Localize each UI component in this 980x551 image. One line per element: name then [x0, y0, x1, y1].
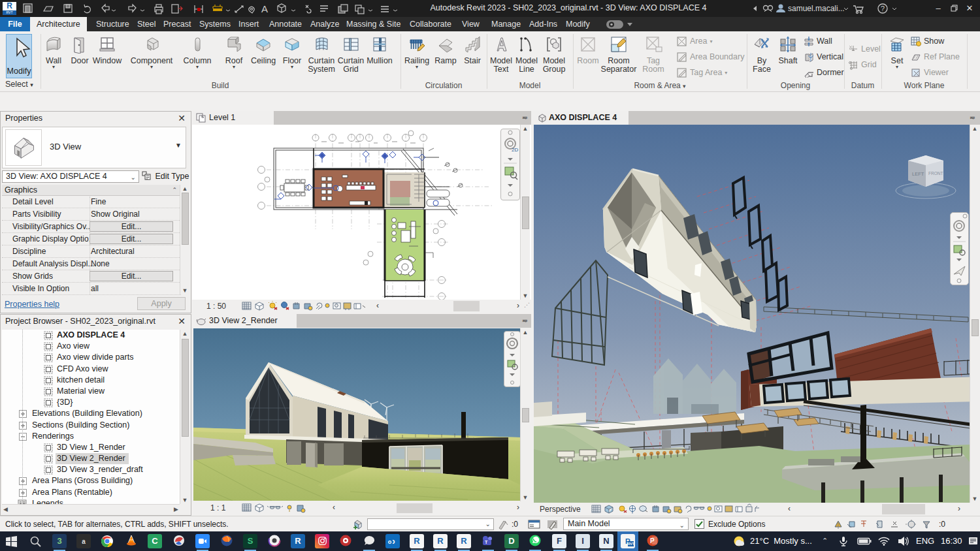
svg-text:FRONT: FRONT	[928, 171, 943, 176]
svg-text:LEFT: LEFT	[912, 171, 924, 177]
svg-text:samuel.macali...: samuel.macali...	[788, 4, 845, 13]
svg-text:P: P	[650, 537, 655, 544]
svg-text:?: ?	[881, 5, 885, 12]
svg-text:2D: 2D	[512, 147, 518, 153]
svg-text:T: T	[485, 540, 488, 544]
svg-text:A: A	[261, 3, 268, 14]
